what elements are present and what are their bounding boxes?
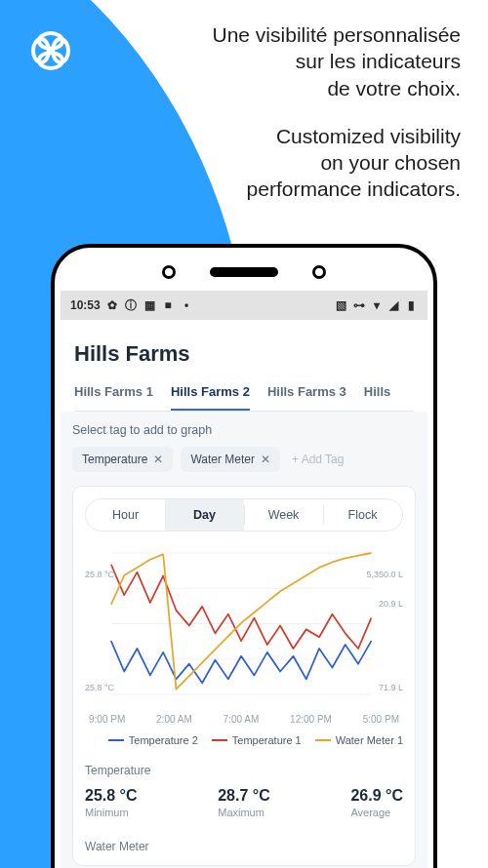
x-tick: 5:00 PM [363,714,399,725]
x-axis-labels: 9:00 PM 2:00 AM 7:00 AM 12:00 PM 5:00 PM [85,714,403,725]
chip-label: Water Meter [190,453,255,466]
y-label-right-top: 5,350.0 L [366,570,403,579]
brand-logo [21,21,80,80]
marketing-headline: Une visibilité personnalisée sur les ind… [109,21,461,203]
water-stats-title: Water Meter [85,840,403,853]
y-label-right-bottom: 71.9 L [379,683,403,692]
tab-farm-2[interactable]: Hills Farms 2 [171,384,250,411]
cast-icon: ▧ [335,299,347,312]
legend-label: Temperature 2 [129,734,198,746]
stat-value: 25.8 °C [85,787,138,805]
legend-label: Water Meter 1 [336,734,403,746]
stat-avg: 26.9 °C Average [350,787,403,818]
swatch-icon [315,739,331,742]
chip-label: Temperature [82,453,147,466]
close-icon[interactable]: ✕ [261,453,270,466]
close-icon[interactable]: ✕ [153,453,163,466]
x-tick: 9:00 PM [89,714,125,725]
farm-tabs: Hills Farms 1 Hills Farms 2 Hills Farms … [74,384,414,412]
stat-label: Minimum [85,807,138,818]
range-day[interactable]: Day [165,499,244,531]
time-range-selector: Hour Day Week Flock [85,498,403,532]
legend-item: Temperature 1 [212,734,302,746]
camera-icon [312,265,326,279]
x-tick: 12:00 PM [290,714,332,725]
headline-en-3: performance indicators. [109,176,461,202]
headline-en-2: on your chosen [109,149,461,176]
tab-farm-1[interactable]: Hills Farms 1 [74,384,153,411]
tag-chip-water-meter[interactable]: Water Meter ✕ [181,447,280,472]
chart-legend: Temperature 2 Temperature 1 Water Meter … [85,734,403,746]
phone-frame: 10:53 ✿ ⓘ ▦ ■ • ▧ ⊶ ▾ ◢ ▮ Hills Farms [51,244,437,868]
status-bar: 10:53 ✿ ⓘ ▦ ■ • ▧ ⊶ ▾ ◢ ▮ [61,291,427,320]
stat-value: 26.9 °C [350,787,403,805]
page-title: Hills Farms [74,341,414,367]
stat-label: Average [350,807,403,818]
legend-item: Temperature 2 [108,734,198,746]
headline-en-1: Customized visibility [109,123,461,149]
legend-label: Temperature 1 [232,734,302,746]
tab-farm-4[interactable]: Hills [364,384,390,411]
swatch-icon [108,739,124,742]
stat-max: 28.7 °C Maximum [218,787,270,818]
stat-min: 25.8 °C Minimum [85,787,138,818]
swatch-icon [212,739,227,742]
tag-prompt: Select tag to add to graph [72,423,416,437]
y-label-right-mid: 20.9 L [379,599,403,609]
gear-icon: ✿ [106,299,119,312]
square-icon: ■ [162,299,175,312]
stat-value: 28.7 °C [218,787,270,805]
range-flock[interactable]: Flock [323,499,402,531]
battery-icon: ▮ [405,299,418,312]
range-week[interactable]: Week [244,499,323,531]
grid-icon: ▦ [143,299,156,312]
key-icon: ⊶ [352,299,365,312]
dot-icon: • [181,299,193,312]
status-time: 10:53 [70,298,101,312]
legend-item: Water Meter 1 [315,734,403,746]
y-label-left-bottom: 25.8 °C [85,683,114,692]
y-label-left-top: 25.8 °C [85,570,114,579]
phone-notch [55,254,433,291]
wifi-icon: ▾ [370,299,383,312]
headline-fr-3: de votre choix. [109,75,461,101]
add-tag-button[interactable]: + Add Tag [288,447,348,472]
info-icon: ⓘ [125,299,138,312]
range-hour[interactable]: Hour [86,499,165,531]
stat-label: Maximum [218,807,270,818]
camera-icon [162,265,176,279]
headline-fr-2: sur les indicateurs [109,48,461,74]
x-tick: 7:00 AM [224,714,260,725]
speaker-icon [210,267,278,277]
tag-chip-temperature[interactable]: Temperature ✕ [72,447,173,472]
signal-icon: ◢ [387,299,400,312]
stats-title: Temperature [85,764,403,777]
headline-fr-1: Une visibilité personnalisée [109,21,461,48]
chart[interactable]: 25.8 °C 25.8 °C 5,350.0 L 20.9 L 71.9 L [85,545,403,710]
tab-farm-3[interactable]: Hills Farms 3 [267,384,346,411]
x-tick: 2:00 AM [156,714,192,725]
